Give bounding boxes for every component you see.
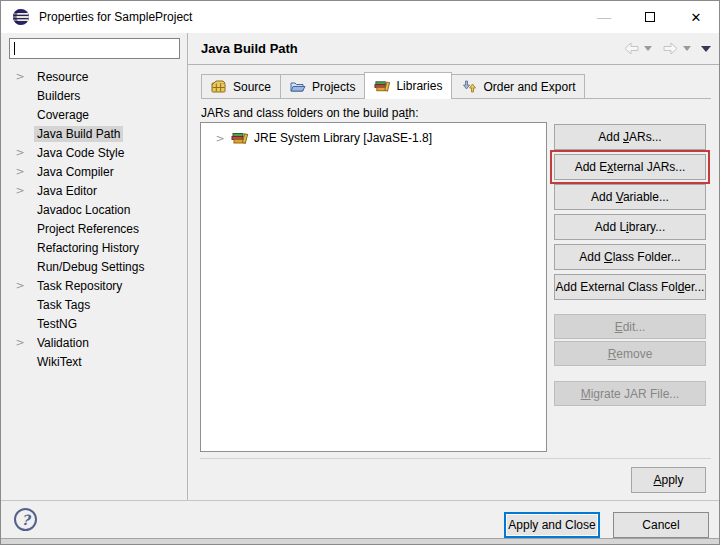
sidebar-item-validation[interactable]: > Validation [1,333,187,352]
tab-order-and-export[interactable]: Order and Export [451,74,585,99]
chevron-right-icon[interactable]: > [13,336,27,349]
close-icon: ✕ [691,10,702,25]
build-path-list-label: JARs and class folders on the build path… [201,106,418,120]
chevron-right-icon[interactable]: > [13,165,27,178]
back-arrow-icon [623,42,640,55]
add-jars-button[interactable]: Add JARs... [554,124,706,150]
maximize-icon [645,12,655,22]
tab-projects[interactable]: Projects [280,74,365,99]
tree-item-jre-system-library[interactable]: > JRE System Library [JavaSE-1.8] [201,128,432,148]
text-caret [14,42,15,55]
help-icon: ? [21,512,29,528]
close-button[interactable]: ✕ [673,1,719,33]
minimize-icon: — [597,12,611,22]
sort-arrows-icon [461,80,477,93]
migrate-jar-file-button: Migrate JAR File... [554,381,706,406]
tab-source[interactable]: Source [201,74,281,99]
filter-input[interactable] [9,38,180,59]
chevron-right-icon[interactable]: > [213,132,227,145]
chevron-right-icon[interactable]: > [13,279,27,292]
sidebar-item-run-debug-settings[interactable]: Run/Debug Settings [1,257,187,276]
help-button[interactable]: ? [14,508,37,531]
sidebar-item-project-references[interactable]: Project References [1,219,187,238]
sidebar-item-builders[interactable]: Builders [1,86,187,105]
chevron-right-icon[interactable]: > [13,184,27,197]
sidebar-item-javadoc-location[interactable]: Javadoc Location [1,200,187,219]
forward-arrow-icon [662,42,679,55]
page-title: Java Build Path [201,41,298,56]
chevron-right-icon[interactable]: > [13,70,27,83]
sidebar-item-coverage[interactable]: Coverage [1,105,187,124]
add-class-folder-button[interactable]: Add Class Folder... [554,244,706,270]
sidebar: > Resource Builders Coverage Java Build … [1,33,187,501]
package-icon [211,80,227,93]
view-menu-icon[interactable] [701,46,711,52]
tab-baseline [201,98,711,99]
title-bar: Properties for SampleProject — ✕ [1,1,719,33]
sidebar-item-task-tags[interactable]: Task Tags [1,295,187,314]
sidebar-item-resource[interactable]: > Resource [1,67,187,86]
sidebar-item-java-compiler[interactable]: > Java Compiler [1,162,187,181]
remove-button: Remove [554,341,706,366]
back-history-dropdown-icon [644,46,652,51]
tab-bar: Source Projects Librar [201,72,711,99]
header-divider [188,64,720,65]
apply-divider [200,458,711,459]
sidebar-item-java-editor[interactable]: > Java Editor [1,181,187,200]
add-external-jars-button[interactable]: Add External JARs... [554,154,706,180]
eclipse-logo-icon [12,8,30,26]
footer-bar: ? Apply and Close Cancel [1,501,719,538]
cancel-button[interactable]: Cancel [613,512,709,538]
sidebar-item-java-code-style[interactable]: > Java Code Style [1,143,187,162]
chevron-right-icon[interactable]: > [13,146,27,159]
tab-libraries[interactable]: Libraries [364,72,452,99]
minimize-button: — [581,1,627,33]
add-external-class-folder-button[interactable]: Add External Class Folder... [554,274,706,300]
page-navigation-toolbar [623,42,711,55]
books-icon [374,80,390,93]
sidebar-item-task-repository[interactable]: > Task Repository [1,276,187,295]
add-library-button[interactable]: Add Library... [554,214,706,240]
window-title: Properties for SampleProject [39,10,192,24]
sidebar-item-refactoring-history[interactable]: Refactoring History [1,238,187,257]
sidebar-item-java-build-path[interactable]: Java Build Path [1,124,187,143]
properties-tree: > Resource Builders Coverage Java Build … [1,67,187,371]
window-resize-edge [1,538,719,545]
library-icon [231,132,248,145]
build-path-list[interactable]: > JRE System Library [JavaSE-1.8] [200,122,547,452]
content-pane: Java Build Path [188,33,720,500]
forward-history-dropdown-icon [683,46,691,51]
apply-button[interactable]: Apply [631,467,706,493]
maximize-button[interactable] [627,1,673,33]
sidebar-item-wikitext[interactable]: WikiText [1,352,187,371]
edit-button: Edit... [554,314,706,339]
properties-dialog: Properties for SampleProject — ✕ > Resou… [0,0,720,545]
add-variable-button[interactable]: Add Variable... [554,184,706,210]
sidebar-item-testng[interactable]: TestNG [1,314,187,333]
apply-and-close-button[interactable]: Apply and Close [504,512,600,538]
open-folder-icon [290,80,306,93]
